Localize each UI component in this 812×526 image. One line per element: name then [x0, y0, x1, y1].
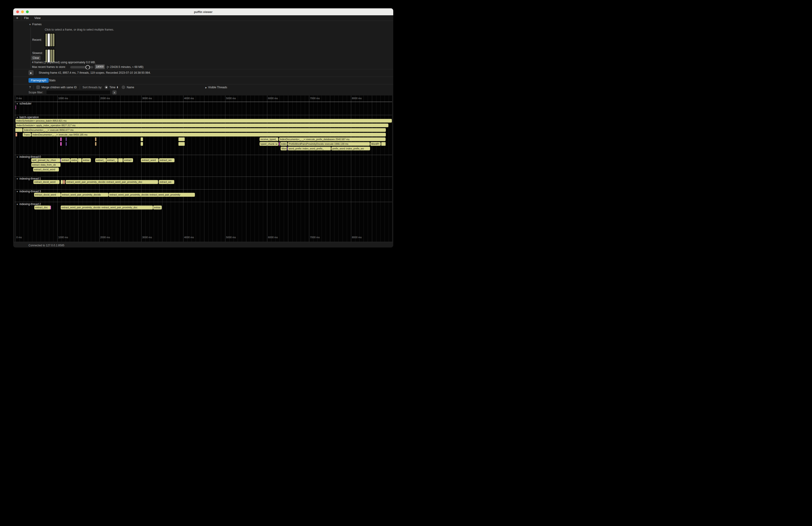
bottom-tick-label: 6000 ms: [268, 236, 278, 239]
flame-bar[interactable]: WordPr: [370, 142, 381, 146]
clear-button[interactable]: Clear: [31, 56, 41, 60]
frames-collapse-header[interactable]: ▼Frames: [29, 23, 42, 26]
bottom-tick-label: 4000 ms: [184, 236, 194, 239]
flame-bar[interactable]: [16, 105, 16, 109]
flame-bar[interactable]: [141, 142, 143, 146]
flame-bar[interactable]: [178, 137, 185, 141]
flame-bar[interactable]: extract_doc: [34, 206, 50, 209]
flame-bar[interactable]: [78, 158, 82, 162]
flame-bar[interactable]: IndexDocuments<_, _>::execute 8656.677 m…: [23, 128, 386, 132]
flame-bar[interactable]: [279, 142, 280, 146]
clear-filter-button[interactable]: x: [112, 90, 117, 94]
sort-time-radio[interactable]: [104, 86, 108, 89]
scope-filter-label: Scope filter:: [29, 91, 43, 94]
flame-bar[interactable]: extract_word_pair_proximity_docids::extr…: [66, 180, 158, 184]
menu-file[interactable]: File: [21, 16, 31, 20]
sort-name-label[interactable]: Name: [127, 86, 134, 89]
flame-bar[interactable]: extract: [61, 158, 70, 162]
flame-bar[interactable]: extract_: [95, 158, 106, 162]
tab-stats[interactable]: Stats: [47, 78, 57, 83]
frame-bar[interactable]: [50, 49, 52, 62]
frame-bar[interactable]: [48, 49, 49, 62]
flame-bar[interactable]: [16, 133, 17, 137]
recent-frames-thumbnail[interactable]: [45, 33, 55, 47]
flame-bar[interactable]: [118, 158, 123, 162]
minimize-button[interactable]: [21, 11, 24, 13]
max-frames-value[interactable]: 18000: [95, 64, 105, 69]
play-button[interactable]: ▶: [29, 70, 33, 75]
ruler-tick-label: 3000 ms: [142, 97, 152, 100]
sort-direction-icon[interactable]: ⬇: [116, 86, 119, 89]
visible-threads-header[interactable]: ▶Visible Threads: [205, 86, 227, 89]
flame-bar[interactable]: [381, 142, 386, 146]
flame-bar[interactable]: extract_: [106, 158, 118, 162]
flame-bar[interactable]: IndexDocuments<_, _>::execute_raw 8459.1…: [31, 133, 386, 137]
flamegraph-canvas[interactable]: 0 ms1000 ms2000 ms3000 ms4000 ms5000 ms6…: [15, 96, 392, 242]
flame-bar[interactable]: [178, 142, 185, 146]
flame-bar[interactable]: extract_word_pair_proximity_docids::extr…: [109, 193, 195, 197]
collapse-triangle-icon: ▼: [16, 116, 18, 119]
merge-children-checkbox[interactable]: [37, 86, 40, 89]
flame-bar[interactable]: [287, 147, 288, 151]
flame-bar[interactable]: receive_typed_: [260, 137, 278, 141]
frame-bar[interactable]: [53, 33, 55, 46]
frame-bar[interactable]: [48, 33, 49, 46]
flame-bar[interactable]: extrac: [82, 158, 91, 162]
flame-bar[interactable]: index: [280, 142, 287, 146]
title-bar: puffin viewer: [13, 8, 393, 15]
sort-time-label[interactable]: Time ⬇: [110, 86, 119, 89]
flame-bar[interactable]: extrac: [153, 206, 162, 209]
thread-header-batch-operation[interactable]: ▼batch-operation: [16, 116, 40, 119]
flame-bar[interactable]: Word: [281, 147, 287, 151]
flame-bar[interactable]: word_prefix::index_word_prefix_: [288, 147, 331, 151]
flame-bar[interactable]: extract_wo: [159, 180, 174, 184]
flame-bar[interactable]: extract_docid_word: [34, 193, 61, 197]
flame-bar[interactable]: extract_word: [141, 158, 159, 162]
flame-bar[interactable]: extract_docid_word: [33, 180, 60, 184]
flame-bar[interactable]: Trans: [23, 133, 31, 137]
flame-bar[interactable]: extract_wo: [159, 158, 175, 162]
frame-bar[interactable]: [45, 49, 47, 62]
frame-bar[interactable]: [45, 33, 47, 46]
flame-bar[interactable]: [50, 206, 51, 209]
flame-bar[interactable]: split_grenad_by_chun: [31, 158, 60, 162]
flame-bar[interactable]: [60, 142, 62, 146]
scope-filter-input[interactable]: [46, 90, 111, 94]
flame-bar[interactable]: extract_docid_word: [33, 167, 59, 172]
frames-summary: 4 frames (1 unpacked) using approximatel…: [32, 61, 96, 64]
close-button[interactable]: [16, 11, 19, 13]
flame-bar[interactable]: IndexDocuments<_, _>::execute_prefix_dat…: [279, 137, 386, 141]
flame-bar[interactable]: extract_word_pair_proximity_docids: [61, 193, 108, 197]
flame-bar[interactable]: IndexScheduler>::process_batch 8953.821 …: [16, 119, 392, 123]
flame-bar[interactable]: extract::data_from_ob: [31, 163, 61, 167]
flame-bar[interactable]: extract: [123, 158, 133, 162]
flame-bar[interactable]: PrefixWordPairsProximityDocids::execute …: [288, 142, 370, 146]
tab-flamegraph[interactable]: Flamegraph: [29, 78, 49, 83]
slider-knob[interactable]: [86, 65, 90, 70]
flame-bar[interactable]: [141, 137, 143, 141]
flame-bar[interactable]: [66, 137, 67, 141]
flame-bar[interactable]: typed_chunk::w: [260, 142, 278, 146]
flame-bar[interactable]: [66, 142, 67, 146]
help-button[interactable]: ?: [29, 86, 31, 89]
thread-header-scheduler[interactable]: ▼scheduler: [16, 102, 33, 105]
menu-view[interactable]: View: [31, 16, 43, 20]
flame-bar[interactable]: [95, 142, 97, 146]
flame-bar[interactable]: [61, 180, 63, 184]
flame-bar[interactable]: [15, 128, 23, 132]
flame-bar[interactable]: extra: [70, 158, 78, 162]
flame-bar[interactable]: [63, 180, 65, 184]
flame-bar[interactable]: extract_word_pair_proximity_docids::extr…: [61, 206, 153, 209]
flame-bar[interactable]: prefix_word::index_prefix_wo: [331, 147, 370, 151]
flame-bar[interactable]: [95, 137, 97, 141]
sort-name-radio[interactable]: [122, 86, 125, 89]
flame-bar[interactable]: [60, 137, 62, 141]
merge-children-label[interactable]: Merge children with same ID: [42, 86, 77, 89]
max-frames-slider[interactable]: [70, 66, 93, 68]
flame-bar[interactable]: IndexScheduler>::apply_index_operation 8…: [16, 123, 388, 128]
frame-bar[interactable]: [50, 33, 52, 46]
zoom-button[interactable]: [26, 11, 29, 13]
theme-toggle-icon[interactable]: ✳: [13, 16, 21, 20]
sort-threads-label: Sort threads by:: [83, 86, 102, 89]
frame-bar[interactable]: [53, 49, 55, 62]
